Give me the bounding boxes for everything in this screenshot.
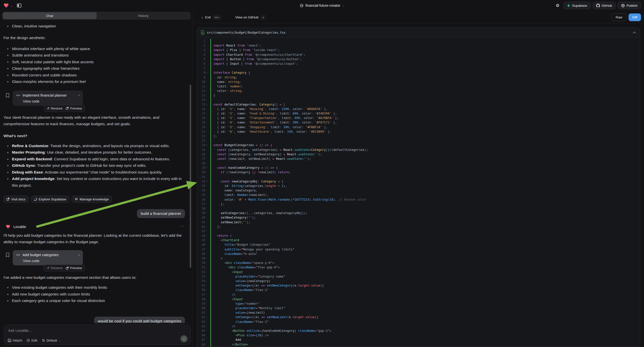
code-line: 37 }; [197,202,640,206]
settings-button[interactable]: ⚙ [554,2,561,9]
supabase-label: Supabase [572,4,587,8]
visit-docs-button[interactable]: Visit docs [4,196,29,202]
logo-menu-caret-icon[interactable]: ⌄ [10,4,12,7]
code-diff-card: src/components/budget/BudgetCategories.t… [197,28,640,347]
code-line: 49 > [197,256,640,260]
code-line: 33 id: String(categories.length + 1), [197,184,640,188]
design-bullet: Minimalist interface with plenty of whit… [4,46,185,52]
chevron-right-icon: › [78,253,80,257]
view-code-link[interactable]: View code [23,99,80,103]
exit-button[interactable]: ‹ Exit ESC [202,15,221,20]
file-header[interactable]: src/components/budget/BudgetCategories.t… [197,28,640,38]
code-editor[interactable]: 12import React from 'react';3import { Pl… [197,38,640,347]
supabase-button[interactable]: Supabase [563,2,591,9]
edit-button[interactable]: Edit [27,338,37,342]
view-on-github-button[interactable]: View on GitHub G [235,15,266,20]
code-line: 56 className="flex-1" [197,288,640,292]
code-line: 23 [197,138,640,143]
project-switcher[interactable]: financial-future-creator ⌄ [300,4,344,8]
code-line: 62 onChange={(e) => setNewLimit(e.target… [197,315,640,319]
chat-scrollbar[interactable] [190,85,191,268]
github-icon [596,4,600,8]
lovable-heart-icon [6,224,10,229]
assistant-name: Lovable [14,225,26,229]
preview-button[interactable]: Preview [66,106,82,110]
code-icon: <> [16,253,20,257]
version-card-implement-financial-planner[interactable]: <> Implement financial planner › View co… [13,90,83,106]
version-card-add-budget-categories[interactable]: <> Add budget categories › View code ↺Re… [13,250,83,265]
code-line: 15▾const defaultCategories: Category[] =… [197,102,640,107]
lovable-heart-logo[interactable] [4,3,9,8]
whats-next-item: Refine & Customize: Tweak the design, an… [4,143,185,149]
code-line: 17 { id: '2', name: 'Food & Dining', lim… [197,111,640,116]
code-line: 35 limit: Number(newLimit), [197,193,640,197]
result-bullet: Add new budget categories with custom li… [4,291,185,298]
code-line: 55 onChange={(e) => setNewCategory(e.tar… [197,283,640,288]
knowledge-icon [75,198,78,201]
mode-caret-icon: ⌄ [58,339,60,342]
code-line: 36 color: '#' + Math.floor(Math.random()… [197,198,640,202]
explore-supabase-button[interactable]: Explore Supabase [31,196,69,202]
bookmark-icon[interactable] [6,93,10,99]
code-line: 1 [197,39,640,43]
sliders-icon [42,339,45,342]
code-line: 58 <Input [197,297,640,302]
code-line: 67 Add [197,338,640,342]
bookmark-icon[interactable] [6,253,10,258]
code-icon: <> [16,94,20,97]
code-line: 68 </Button> [197,342,640,347]
sidebar-toggle-button[interactable] [16,2,23,9]
supabase-icon [567,4,570,8]
chat-bullet: Clean, intuitive navigation [4,23,185,30]
chevron-up-icon[interactable] [632,31,636,34]
whats-next-item: GitHub Sync: Transfer your project's cod… [4,162,185,169]
mode-selector[interactable]: Default ⌄ [42,338,61,342]
raw-toggle-button[interactable]: Raw [612,14,626,21]
send-button[interactable]: ↑ [180,335,188,342]
github-label: GitHub [602,4,612,8]
tab-chat[interactable]: Chat [3,12,96,19]
diff-toggle-button[interactable]: Diff [628,14,641,21]
design-bullet: Clean typography with clear hierarchies [4,65,185,72]
restore-button[interactable]: ↺Restore [47,106,62,110]
assistant-paragraph: I've added a new budget categories manag… [4,274,185,281]
manage-knowledge-button[interactable]: Manage knowledge [72,196,112,202]
attach-image-icon [8,339,11,342]
code-line: 24▾const BudgetCategories = () => { [197,143,640,147]
code-line: 14 [197,98,640,102]
message-more-menu[interactable]: ⋯ [180,224,184,228]
code-line: 32▾ const newCategoryObj: Category = { [197,179,640,184]
github-button[interactable]: GitHub [593,2,616,9]
preview-button[interactable]: Preview [66,266,82,270]
code-line: 39 setCategories([...categories, newCate… [197,211,640,215]
attach-button[interactable]: Attach [8,338,22,342]
arrow-up-icon: ↑ [183,337,185,341]
tab-history[interactable]: History [96,12,190,19]
project-name: financial-future-creator [306,4,340,8]
code-line: 57 /> [197,292,640,297]
code-line: 11 limit: number; [197,84,640,88]
globe-icon [300,4,304,8]
assistant-paragraph: Your sleek financial planner is now read… [4,114,185,127]
restore-button[interactable]: ↺Restore [47,266,62,270]
gear-icon: ⚙ [556,4,559,8]
code-line: 44 return ( [197,234,640,238]
external-link-icon [6,198,10,201]
code-line: 2import React from 'react'; [197,43,640,48]
code-line: 66 <Plus size={16} /> [197,333,640,338]
assistant-paragraph: I'll help you add budget categories to t… [4,232,185,245]
design-heading: For the design aesthetic: [4,34,185,41]
view-on-github-label: View on GitHub [235,16,259,19]
publish-button[interactable]: Publish [618,2,641,9]
code-line: 65 <Button onClick={handleAddCategory} c… [197,328,640,333]
chat-messages[interactable]: Clean, intuitive navigation For the desi… [0,20,193,323]
view-code-link[interactable]: View code [23,259,80,263]
code-line: 48 className="h-auto" [197,252,640,256]
result-bullet: Each category gets a unique color for vi… [4,298,185,304]
code-line: 46 title="Budget Categories" [197,242,640,247]
version-actions: ↺Restore Preview [44,264,85,271]
code-line: 61 value={newLimit} [197,310,640,315]
chat-input[interactable] [8,328,186,332]
chat-history-tabs: Chat History [2,12,191,20]
code-line: 9 id: string; [197,75,640,80]
